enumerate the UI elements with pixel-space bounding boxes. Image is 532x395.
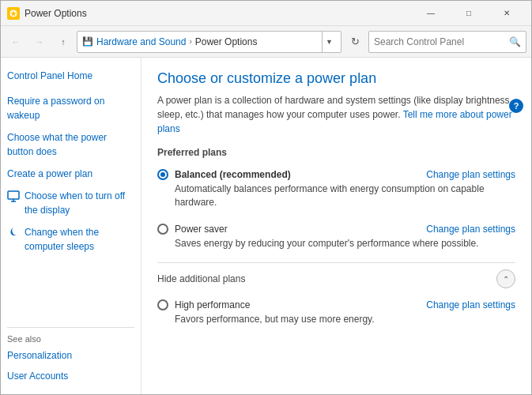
plan-power-saver-header: Power saver Change plan settings (157, 224, 515, 235)
nav-create-plan[interactable]: Create a power plan (7, 165, 134, 182)
main-area: Control Panel Home Require a password on… (1, 58, 531, 394)
plan-high-performance-label: High performance (157, 299, 250, 310)
search-submit-button[interactable]: 🔍 (509, 36, 521, 47)
nav-require-password-label: Require a password on wakeup (7, 94, 134, 122)
search-input[interactable] (374, 36, 509, 47)
title-bar: Power Options — □ ✕ (1, 1, 531, 26)
page-title: Choose or customize a power plan (157, 70, 515, 87)
plan-power-saver: Power saver Change plan settings Saves e… (157, 220, 515, 254)
plan-power-saver-label: Power saver (157, 224, 228, 235)
maximize-button[interactable]: □ (451, 1, 487, 26)
nav-personalization[interactable]: Personalization (7, 347, 134, 364)
plan-high-performance: High performance Change plan settings Fa… (157, 296, 515, 329)
up-button[interactable]: ↑ (53, 32, 74, 52)
change-plan-high-performance[interactable]: Change plan settings (426, 299, 515, 310)
nav-computer-sleeps[interactable]: Change when the computer sleeps (7, 224, 134, 255)
preferred-plans-header: Preferred plans (157, 147, 515, 158)
breadcrumb-current: Power Options (195, 36, 258, 47)
nav-require-password[interactable]: Require a password on wakeup (7, 92, 134, 124)
forward-button[interactable]: → (29, 32, 50, 52)
nav-power-button-label: Choose what the power button does (7, 130, 134, 159)
left-nav-separator: See also Personalization User Accounts (7, 327, 134, 385)
minimize-button[interactable]: — (413, 1, 449, 26)
content-wrapper: ? Choose or customize a power plan A pow… (141, 58, 531, 394)
additional-plans-label: Hide additional plans (157, 273, 245, 284)
page-description: A power plan is a collection of hardware… (157, 93, 515, 136)
nav-create-plan-label: Create a power plan (7, 167, 92, 181)
main-window: Power Options — □ ✕ ← → ↑ 💾 Hardware and… (0, 0, 532, 395)
breadcrumb-hardware-sound[interactable]: Hardware and Sound (96, 36, 186, 47)
plan-balanced-desc: Automatically balances performance with … (157, 182, 515, 209)
window-icon (7, 7, 20, 20)
additional-plans-header: Hide additional plans ⌃ (157, 262, 515, 288)
refresh-button[interactable]: ↻ (345, 31, 365, 53)
breadcrumb-icon: 💾 (82, 36, 93, 47)
nav-control-panel-home[interactable]: Control Panel Home (7, 67, 134, 85)
plan-balanced-name: Balanced (recommended) (175, 169, 291, 180)
nav-user-accounts[interactable]: User Accounts (7, 367, 134, 385)
title-bar-controls: — □ ✕ (413, 1, 525, 26)
help-button[interactable]: ? (509, 99, 523, 113)
window-title: Power Options (25, 8, 413, 19)
breadcrumb-dropdown-button[interactable]: ▼ (322, 32, 336, 52)
plan-balanced: Balanced (recommended) Change plan setti… (157, 166, 515, 213)
back-button[interactable]: ← (6, 32, 26, 52)
plan-power-saver-desc: Saves energy by reducing your computer's… (157, 237, 515, 250)
plan-power-saver-name: Power saver (175, 224, 228, 235)
breadcrumb-separator: › (189, 37, 191, 46)
nav-computer-sleeps-label: Change when the computer sleeps (25, 225, 134, 254)
svg-rect-1 (8, 191, 19, 199)
plan-balanced-header: Balanced (recommended) Change plan setti… (157, 169, 515, 180)
plan-high-performance-desc: Favors performance, but may use more ene… (157, 313, 515, 326)
radio-power-saver[interactable] (157, 224, 168, 235)
address-bar: ← → ↑ 💾 Hardware and Sound › Power Optio… (1, 26, 531, 58)
left-nav: Control Panel Home Require a password on… (1, 58, 141, 394)
nav-power-button[interactable]: Choose what the power button does (7, 129, 134, 160)
search-box: 🔍 (368, 31, 526, 53)
close-button[interactable]: ✕ (489, 1, 525, 26)
change-plan-power-saver[interactable]: Change plan settings (426, 224, 515, 235)
radio-high-performance[interactable] (157, 299, 168, 310)
plan-balanced-label: Balanced (recommended) (157, 169, 291, 180)
plan-high-performance-header: High performance Change plan settings (157, 299, 515, 310)
nav-turn-off-display-label: Choose when to turn off the display (25, 189, 134, 217)
plan-high-performance-name: High performance (175, 299, 250, 310)
display-icon (7, 190, 20, 202)
collapse-additional-plans-button[interactable]: ⌃ (496, 269, 515, 288)
radio-balanced[interactable] (157, 169, 168, 180)
see-also-label: See also (7, 334, 134, 344)
content-area: Choose or customize a power plan A power… (141, 58, 531, 350)
breadcrumb-bar: 💾 Hardware and Sound › Power Options ▼ (77, 31, 341, 53)
nav-turn-off-display[interactable]: Choose when to turn off the display (7, 187, 134, 219)
sleep-icon (7, 226, 20, 239)
change-plan-balanced[interactable]: Change plan settings (426, 169, 515, 180)
